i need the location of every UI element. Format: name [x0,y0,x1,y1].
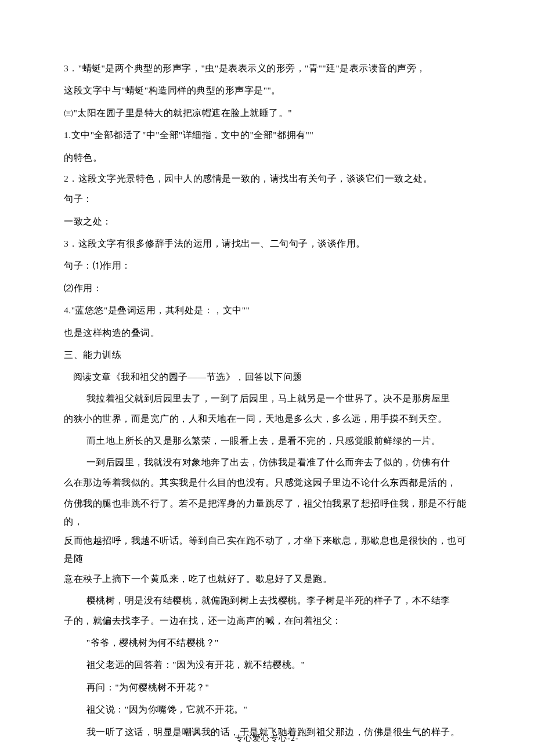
page-footer: 专心爱心专心-2- [0,733,534,744]
question-4-line1: 4."蓝悠悠"是叠词运用，其利处是：，文中"" [64,300,470,321]
question-3b-line1: 3．这段文字有很多修辞手法的运用，请找出一、二句句子，谈谈作用。 [64,233,470,254]
document-page: 3．"蜻蜓"是两个典型的形声字，"虫"是表表示义的形旁，"青""廷"是表示读音的… [0,0,534,756]
question-2-line1: 2．这段文字光景特色，园中人的感情是一致的，请找出有关句子，谈谈它们一致之处。 [64,169,470,187]
passage-p5-l1: 樱桃树，明是没有结樱桃，就偏跑到树上去找樱桃。李子树是半死的样子了，本不结李 [64,591,470,609]
dialogue-a1: 祖父老远的回答着："因为没有开花，就不结樱桃。" [64,654,470,675]
question-1-line1: 1.文中"全部都活了"中"全部"详细指，文中的"全部"都拥有"" [64,125,470,146]
question-1-line2: 的特色。 [64,147,470,168]
reading-instruction: 阅读文章《我和祖父的园子——节选》，回答以下问题 [64,367,470,388]
section-header-ability: 三、能力训练 [64,345,470,366]
passage-p4-l3: 意在秧子上摘下一个黄瓜来，吃了也就好了。歇息好了又是跑。 [64,569,470,589]
question-2-line1b: 句子： [64,189,470,209]
question-3b-line2: 句子：⑴作用： [64,255,470,276]
passage-p5-l2: 子的，就偏去找李子。一边在找，还一边高声的喊，在问着祖父： [64,610,470,631]
question-3-line2: 这段文字中与"蜻蜓"构造同样的典型的形声字是""。 [64,80,470,101]
question-4-line2: 也是这样构造的叠词。 [64,323,470,343]
section-3-header: ㈢"太阳在园子里是特大的就把凉帽遮在脸上就睡了。" [64,103,470,124]
passage-p2-l1: 而土地上所长的又是那么繁荣，一眼看上去，是看不完的，只感觉眼前鲜绿的一片。 [64,431,470,451]
passage-p3-l2: 么在那边等着我似的。其实我是什么目的也没有。只感觉这园子里边不论什么东西都是活的… [64,472,470,493]
question-3b-line3: ⑵作用： [64,278,470,299]
dialogue-q1: "爷爷，樱桃树为何不结樱桃？" [64,632,470,653]
passage-p4-l2: 反而他越招呼，我越不听话。等到自己实在跑不动了，才坐下来歇息，那歇息也是很快的，… [64,531,470,567]
dialogue-q2: 再问："为何樱桃树不开花？" [64,677,470,698]
dialogue-a2: 祖父说："因为你嘴馋，它就不开花。" [64,699,470,720]
question-3-line1: 3．"蜻蜓"是两个典型的形声字，"虫"是表表示义的形旁，"青""廷"是表示读音的… [64,58,470,79]
passage-p1-l2: 的狭小的世界，而是宽广的，人和天地在一同，天地是多么大，多么远，用手摸不到天空。 [64,408,470,429]
passage-p3-l1: 一到后园里，我就没有对象地奔了出去，仿佛我是看准了什么而奔去了似的，仿佛有什 [64,453,470,471]
passage-p1-l1: 我拉着祖父就到后园里去了，一到了后园里，马上就另是一个世界了。决不是那房屋里 [64,389,470,407]
question-2-line2: 一致之处： [64,211,470,232]
passage-p4-l1: 仿佛我的腿也非跳不行了。若不是把浑身的力量跳尽了，祖父怕我累了想招呼住我，那是不… [64,494,470,530]
